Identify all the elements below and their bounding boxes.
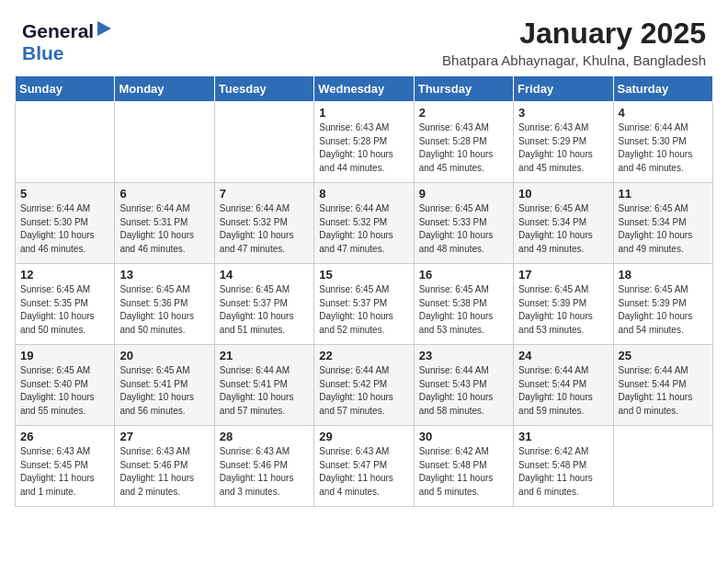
day-info: Sunrise: 6:44 AMSunset: 5:30 PMDaylight:… (20, 202, 109, 256)
day-number: 24 (518, 349, 608, 362)
cell-w5-d4: 29Sunrise: 6:43 AMSunset: 5:47 PMDayligh… (314, 426, 414, 507)
day-info: Sunrise: 6:44 AMSunset: 5:31 PMDaylight:… (119, 202, 209, 256)
day-number: 12 (20, 268, 109, 282)
day-number: 4 (619, 106, 708, 120)
cell-w1-d2 (115, 102, 214, 183)
week-row-4: 19Sunrise: 6:45 AMSunset: 5:40 PMDayligh… (16, 345, 713, 426)
day-number: 2 (419, 106, 508, 120)
day-info: Sunrise: 6:45 AMSunset: 5:34 PMDaylight:… (619, 202, 708, 256)
col-wednesday: Wednesday (314, 76, 414, 102)
logo-blue-line: Blue (22, 42, 64, 64)
calendar: Sunday Monday Tuesday Wednesday Thursday… (0, 75, 728, 522)
day-number: 20 (119, 349, 209, 362)
cell-w2-d6: 10Sunrise: 6:45 AMSunset: 5:34 PMDayligh… (514, 183, 613, 264)
day-number: 14 (220, 268, 309, 282)
cell-w3-d6: 17Sunrise: 6:45 AMSunset: 5:39 PMDayligh… (514, 264, 613, 345)
day-info: Sunrise: 6:44 AMSunset: 5:42 PMDaylight:… (319, 364, 408, 418)
logo-wordmark: General (22, 20, 112, 42)
cell-w2-d4: 8Sunrise: 6:44 AMSunset: 5:32 PMDaylight… (314, 183, 414, 264)
col-thursday: Thursday (414, 76, 513, 102)
month-title: January 2025 (442, 17, 706, 51)
day-info: Sunrise: 6:44 AMSunset: 5:44 PMDaylight:… (518, 364, 608, 418)
cell-w3-d3: 14Sunrise: 6:45 AMSunset: 5:37 PMDayligh… (214, 264, 313, 345)
cell-w5-d5: 30Sunrise: 6:42 AMSunset: 5:48 PMDayligh… (414, 426, 513, 507)
cell-w5-d6: 31Sunrise: 6:42 AMSunset: 5:48 PMDayligh… (514, 426, 613, 507)
calendar-table: Sunday Monday Tuesday Wednesday Thursday… (15, 75, 713, 507)
day-number: 9 (419, 187, 508, 201)
cell-w1-d3 (214, 102, 313, 183)
day-number: 6 (119, 187, 209, 201)
logo-blue-word: Blue (22, 42, 64, 64)
cell-w1-d7: 4Sunrise: 6:44 AMSunset: 5:30 PMDaylight… (613, 102, 712, 183)
cell-w4-d7: 25Sunrise: 6:44 AMSunset: 5:44 PMDayligh… (613, 345, 712, 426)
cell-w3-d7: 18Sunrise: 6:45 AMSunset: 5:39 PMDayligh… (613, 264, 712, 345)
day-number: 17 (518, 268, 608, 282)
day-number: 16 (419, 268, 508, 282)
day-number: 27 (119, 430, 209, 443)
cell-w3-d4: 15Sunrise: 6:45 AMSunset: 5:37 PMDayligh… (314, 264, 414, 345)
col-tuesday: Tuesday (214, 76, 313, 102)
day-number: 28 (220, 430, 309, 443)
day-info: Sunrise: 6:43 AMSunset: 5:28 PMDaylight:… (419, 121, 508, 175)
cell-w4-d4: 22Sunrise: 6:44 AMSunset: 5:42 PMDayligh… (314, 345, 414, 426)
cell-w5-d2: 27Sunrise: 6:43 AMSunset: 5:46 PMDayligh… (115, 426, 214, 507)
col-saturday: Saturday (613, 76, 712, 102)
cell-w3-d2: 13Sunrise: 6:45 AMSunset: 5:36 PMDayligh… (115, 264, 214, 345)
cell-w2-d3: 7Sunrise: 6:44 AMSunset: 5:32 PMDaylight… (214, 183, 313, 264)
day-number: 31 (518, 430, 608, 443)
cell-w2-d2: 6Sunrise: 6:44 AMSunset: 5:31 PMDaylight… (115, 183, 214, 264)
day-info: Sunrise: 6:43 AMSunset: 5:28 PMDaylight:… (319, 121, 408, 175)
day-number: 10 (518, 187, 608, 201)
cell-w2-d7: 11Sunrise: 6:45 AMSunset: 5:34 PMDayligh… (613, 183, 712, 264)
cell-w1-d6: 3Sunrise: 6:43 AMSunset: 5:29 PMDaylight… (514, 102, 613, 183)
cell-w5-d7 (613, 426, 712, 507)
header-row: Sunday Monday Tuesday Wednesday Thursday… (16, 76, 713, 102)
svg-marker-0 (97, 21, 111, 36)
title-block: January 2025 Bhatpara Abhaynagar, Khulna… (442, 17, 706, 68)
day-info: Sunrise: 6:45 AMSunset: 5:38 PMDaylight:… (419, 283, 508, 337)
day-info: Sunrise: 6:43 AMSunset: 5:47 PMDaylight:… (319, 445, 408, 499)
day-number: 26 (20, 430, 109, 443)
day-number: 1 (319, 106, 408, 120)
day-number: 30 (419, 430, 508, 443)
calendar-body: 1Sunrise: 6:43 AMSunset: 5:28 PMDaylight… (16, 102, 713, 507)
week-row-1: 1Sunrise: 6:43 AMSunset: 5:28 PMDaylight… (16, 102, 713, 183)
day-info: Sunrise: 6:45 AMSunset: 5:40 PMDaylight:… (20, 364, 109, 418)
day-info: Sunrise: 6:44 AMSunset: 5:43 PMDaylight:… (419, 364, 508, 418)
day-info: Sunrise: 6:45 AMSunset: 5:37 PMDaylight:… (319, 283, 408, 337)
day-info: Sunrise: 6:45 AMSunset: 5:39 PMDaylight:… (518, 283, 608, 337)
day-number: 18 (619, 268, 708, 282)
day-info: Sunrise: 6:45 AMSunset: 5:39 PMDaylight:… (619, 283, 708, 337)
cell-w4-d6: 24Sunrise: 6:44 AMSunset: 5:44 PMDayligh… (514, 345, 613, 426)
week-row-2: 5Sunrise: 6:44 AMSunset: 5:30 PMDaylight… (16, 183, 713, 264)
day-number: 15 (319, 268, 408, 282)
cell-w3-d1: 12Sunrise: 6:45 AMSunset: 5:35 PMDayligh… (16, 264, 115, 345)
location-text: Bhatpara Abhaynagar, Khulna, Bangladesh (442, 52, 706, 68)
cell-w5-d3: 28Sunrise: 6:43 AMSunset: 5:46 PMDayligh… (214, 426, 313, 507)
day-number: 19 (20, 349, 109, 362)
cell-w1-d5: 2Sunrise: 6:43 AMSunset: 5:28 PMDaylight… (414, 102, 513, 183)
cell-w4-d5: 23Sunrise: 6:44 AMSunset: 5:43 PMDayligh… (414, 345, 513, 426)
day-number: 22 (319, 349, 408, 362)
col-monday: Monday (115, 76, 214, 102)
day-number: 13 (119, 268, 209, 282)
day-info: Sunrise: 6:45 AMSunset: 5:35 PMDaylight:… (20, 283, 109, 337)
day-info: Sunrise: 6:44 AMSunset: 5:44 PMDaylight:… (619, 364, 708, 418)
day-info: Sunrise: 6:43 AMSunset: 5:29 PMDaylight:… (518, 121, 608, 175)
cell-w3-d5: 16Sunrise: 6:45 AMSunset: 5:38 PMDayligh… (414, 264, 513, 345)
day-info: Sunrise: 6:44 AMSunset: 5:32 PMDaylight:… (319, 202, 408, 256)
cell-w5-d1: 26Sunrise: 6:43 AMSunset: 5:45 PMDayligh… (16, 426, 115, 507)
logo-general: General (22, 20, 94, 42)
day-info: Sunrise: 6:44 AMSunset: 5:32 PMDaylight:… (220, 202, 309, 256)
day-info: Sunrise: 6:42 AMSunset: 5:48 PMDaylight:… (419, 445, 508, 499)
cell-w2-d1: 5Sunrise: 6:44 AMSunset: 5:30 PMDaylight… (16, 183, 115, 264)
day-number: 5 (20, 187, 109, 201)
day-number: 29 (319, 430, 408, 443)
logo-flag-icon (95, 21, 111, 41)
day-number: 7 (220, 187, 309, 201)
logo: General Blue (22, 20, 112, 64)
cell-w4-d1: 19Sunrise: 6:45 AMSunset: 5:40 PMDayligh… (16, 345, 115, 426)
day-info: Sunrise: 6:43 AMSunset: 5:45 PMDaylight:… (20, 445, 109, 499)
day-number: 23 (419, 349, 508, 362)
day-info: Sunrise: 6:45 AMSunset: 5:33 PMDaylight:… (419, 202, 508, 256)
